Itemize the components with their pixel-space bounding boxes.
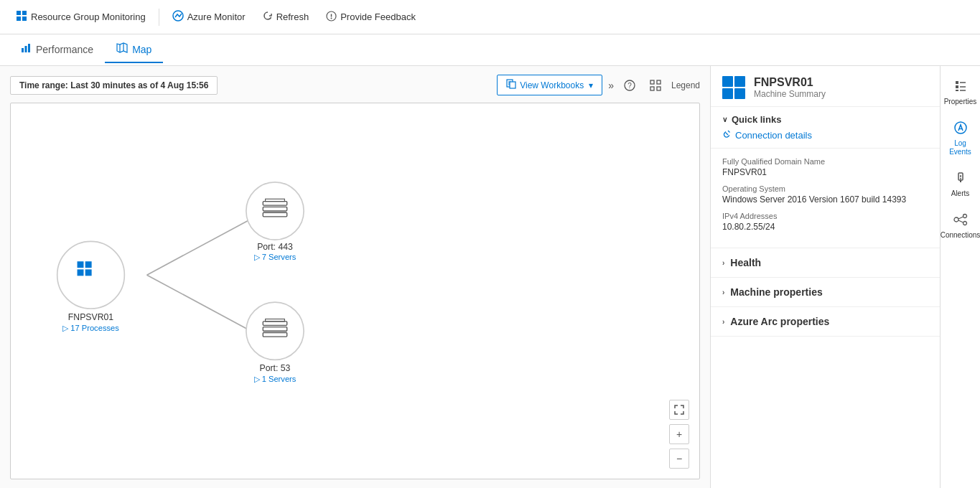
svg-rect-48 [956,90,958,91]
sidebar-item-connections[interactable]: Connections [941,207,980,245]
alerts-icon [953,171,968,187]
machine-subtitle: Machine Summary [754,89,826,99]
azure-arc-section[interactable]: › Azure Arc properties [711,307,940,337]
svg-text:▷ 7 Servers: ▷ 7 Servers [254,253,297,261]
zoom-in-button[interactable]: + [669,424,689,444]
svg-text:▷ 1 Servers: ▷ 1 Servers [254,375,297,383]
svg-rect-21 [650,80,654,84]
quick-links-title: ∨ Quick links [722,114,928,125]
svg-rect-10 [28,44,30,52]
svg-rect-24 [657,87,661,90]
right-sidebar: Properties Log Events Alerts Connections [940,66,980,488]
provide-feedback-label: Provide Feedback [340,11,416,22]
svg-rect-2 [17,17,21,21]
azure-monitor-label: Azure Monitor [187,11,246,22]
svg-text:Port: 53: Port: 53 [260,363,291,373]
svg-point-57 [960,178,961,179]
chevron-down-icon: ∨ [722,116,727,123]
svg-line-61 [958,217,963,219]
svg-rect-8 [22,48,24,52]
machine-properties-header[interactable]: › Machine properties [722,286,928,298]
map-controls: + − [669,400,689,469]
sidebar-item-alerts[interactable]: Alerts [941,165,980,204]
os-label: Operating System [722,184,928,193]
health-header[interactable]: › Health [722,257,928,268]
log-events-label: Log Events [943,139,977,156]
health-section[interactable]: › Health [711,248,940,278]
health-chevron: › [722,259,724,267]
help-icon-btn[interactable]: ? [620,75,640,95]
top-bar: Resource Group Monitoring Azure Monitor … [0,0,980,34]
os-value: Windows Server 2016 Version 1607 build 1… [722,194,928,205]
performance-icon [20,42,32,56]
fit-icon-btn[interactable] [645,75,666,95]
machine-name: FNPSVR01 [754,76,826,89]
zoom-out-button[interactable]: − [669,449,689,469]
toolbar-row: Time range: Last 30 minutes as of 4 Aug … [10,75,700,95]
fqdn-row: Fully Qualified Domain Name FNPSVR01 [722,157,928,177]
connection-details-link[interactable]: Connection details [722,129,928,141]
svg-text:?: ? [627,82,632,90]
view-workbooks-button[interactable]: View Workbooks ▾ [497,75,602,95]
fqdn-label: Fully Qualified Domain Name [722,157,928,166]
svg-line-26 [147,275,251,331]
ipv4-row: IPv4 Addresses 10.80.2.55/24 [722,212,928,232]
os-row: Operating System Windows Server 2016 Ver… [722,184,928,205]
zoom-in-icon: + [676,428,682,440]
svg-rect-0 [17,11,21,15]
quick-links-section: ∨ Quick links Connection details [711,107,940,149]
ipv4-label: IPv4 Addresses [722,212,928,220]
azure-monitor-btn[interactable]: Azure Monitor [165,7,253,27]
svg-text:Port: 443: Port: 443 [257,242,293,252]
app-title: Resource Group Monitoring [31,11,146,22]
fit-view-button[interactable] [669,400,689,420]
svg-rect-18 [510,82,515,88]
svg-rect-22 [657,80,661,84]
main-panel: Time range: Last 30 minutes as of 4 Aug … [0,66,710,488]
time-range-button[interactable]: Time range: Last 30 minutes as of 4 Aug … [10,76,218,95]
workbooks-icon [506,79,516,91]
properties-icon [953,79,968,95]
workbooks-dropdown-icon: ▾ [589,80,593,90]
svg-rect-29 [85,261,92,268]
tab-map-label: Map [132,44,151,55]
quick-links-label: Quick links [732,114,781,125]
app-title-item[interactable]: Resource Group Monitoring [9,7,153,27]
zoom-out-icon: − [676,453,682,464]
link-icon [722,129,732,141]
server-node-sublabel: ▷ 17 Processes [62,324,119,332]
map-svg: FNPSVR01 ▷ 17 Processes Port: 443 ▷ 7 Se… [11,103,699,479]
right-panel: FNPSVR01 Machine Summary ∨ Quick links C… [710,66,940,488]
svg-rect-30 [78,269,84,276]
svg-rect-1 [22,11,27,15]
alerts-label: Alerts [951,189,970,198]
legend-label: Legend [671,80,700,90]
svg-line-25 [147,219,251,275]
toolbar-right: View Workbooks ▾ » ? Legend [497,75,700,95]
tab-bar: Performance Map [0,34,980,66]
tab-performance-label: Performance [36,44,93,55]
server-node-label: FNPSVR01 [68,312,114,322]
feedback-icon [326,11,337,24]
map-canvas[interactable]: FNPSVR01 ▷ 17 Processes Port: 443 ▷ 7 Se… [10,103,700,479]
svg-rect-46 [956,81,958,84]
provide-feedback-btn[interactable]: Provide Feedback [319,8,423,27]
connection-details-label: Connection details [735,130,812,141]
svg-rect-28 [78,261,84,268]
sidebar-item-properties[interactable]: Properties [941,73,980,112]
content-area: Time range: Last 30 minutes as of 4 Aug … [0,66,980,488]
azure-arc-label: Azure Arc properties [730,316,829,327]
tab-map[interactable]: Map [105,37,163,63]
azure-arc-header[interactable]: › Azure Arc properties [722,316,928,327]
tab-performance[interactable]: Performance [9,37,105,63]
expand-right-icon: » [608,80,614,91]
time-range-prefix: Time range: [19,80,70,90]
svg-marker-11 [117,43,127,52]
svg-rect-3 [22,17,27,21]
sidebar-item-log-events[interactable]: Log Events [941,115,980,162]
refresh-btn[interactable]: Refresh [256,8,317,26]
health-label: Health [730,257,761,268]
svg-point-59 [963,215,966,218]
machine-props-chevron: › [722,288,724,296]
machine-properties-section[interactable]: › Machine properties [711,278,940,307]
